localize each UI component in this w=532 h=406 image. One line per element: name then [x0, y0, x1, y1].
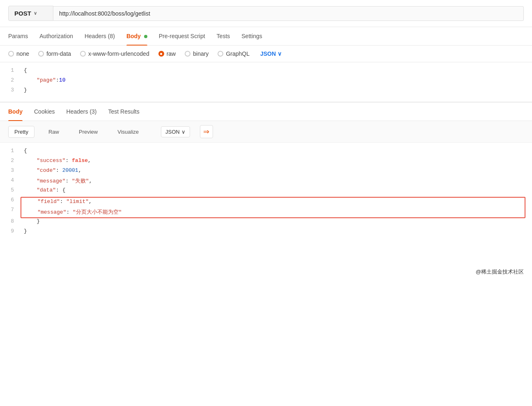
resp-line-num-1: 1: [0, 148, 21, 154]
req-line-content-1: {: [21, 67, 532, 73]
json-format-selector[interactable]: JSON ∨: [260, 50, 282, 57]
resp-line-num-2: 2: [0, 157, 21, 164]
method-selector[interactable]: POST ∨: [8, 6, 53, 21]
request-body-editor[interactable]: 1 { 2 "page":10 3 }: [0, 62, 532, 103]
tab-pre-request-script[interactable]: Pre-request Script: [159, 27, 205, 45]
resp-highlighted-group: 6 7 "field": "limit", "message": "分页大小不能…: [0, 197, 532, 218]
method-label: POST: [14, 10, 31, 17]
req-line-1: 1 {: [0, 67, 532, 77]
resp-line-5: 5 "data": {: [0, 187, 532, 197]
tab-params[interactable]: Params: [8, 27, 28, 45]
tab-settings[interactable]: Settings: [241, 27, 262, 45]
response-body-editor: 1 { 2 "success": false, 3 "code": 20001,…: [0, 143, 532, 243]
body-type-row: none form-data x-www-form-urlencoded raw…: [0, 46, 532, 62]
resp-line-4: 4 "message": "失败",: [0, 177, 532, 187]
resp-line-num-9: 9: [0, 228, 21, 234]
resp-line-num-4: 4: [0, 177, 21, 183]
method-chevron: ∨: [34, 11, 37, 16]
url-bar: POST ∨: [0, 0, 532, 27]
radio-circle-binary: [185, 51, 190, 57]
resp-line-content-6: "field": "limit",: [25, 198, 92, 205]
resp-line-content-7: "message": "分页大小不能为空": [25, 208, 122, 216]
resp-tab-test-results[interactable]: Test Results: [108, 103, 140, 121]
resp-line-num-6: 6: [0, 197, 21, 203]
resp-tab-body[interactable]: Body: [8, 103, 23, 121]
resp-line-content-3: "code": 20001,: [21, 167, 532, 173]
radio-circle-form-data: [38, 51, 44, 57]
json-chevron-icon: ∨: [277, 50, 282, 57]
tab-tests[interactable]: Tests: [217, 27, 230, 45]
resp-line-content-9: }: [21, 228, 532, 234]
resp-line-content-4: "message": "失败",: [21, 177, 532, 185]
watermark: @稀土掘金技术社区: [476, 268, 524, 276]
view-pretty[interactable]: Pretty: [8, 126, 34, 138]
resp-line-content-2: "success": false,: [21, 157, 532, 164]
resp-line-num-5: 5: [0, 187, 21, 193]
word-wrap-button[interactable]: ⇒: [200, 125, 213, 138]
resp-line-content-1: {: [21, 148, 532, 154]
resp-line-3: 3 "code": 20001,: [0, 167, 532, 177]
resp-line-6: "field": "limit",: [21, 198, 525, 208]
resp-line-7-num: 7: [0, 207, 21, 217]
tab-headers[interactable]: Headers (8): [85, 27, 115, 45]
radio-circle-raw: [158, 51, 164, 57]
req-line-2: 2 "page":10: [0, 77, 532, 87]
resp-tab-headers[interactable]: Headers (3): [66, 103, 97, 121]
resp-line-num-7: 7: [0, 207, 21, 213]
radio-circle-none: [8, 51, 14, 57]
resp-line-content-5: "data": {: [21, 187, 532, 193]
resp-highlighted-box: "field": "limit", "message": "分页大小不能为空": [21, 197, 525, 218]
resp-line-num-3: 3: [0, 167, 21, 173]
tab-authorization[interactable]: Authorization: [39, 27, 73, 45]
radio-urlencoded[interactable]: x-www-form-urlencoded: [80, 50, 149, 57]
req-line-num-2: 2: [0, 77, 21, 83]
resp-line-7: "message": "分页大小不能为空": [21, 208, 525, 217]
view-mode-row: Pretty Raw Preview Visualize JSON ∨ ⇒: [0, 121, 532, 143]
req-line-num-1: 1: [0, 67, 21, 73]
response-body-wrapper: 1 { 2 "success": false, 3 "code": 20001,…: [0, 143, 532, 282]
radio-binary[interactable]: binary: [185, 50, 209, 57]
req-line-content-3: }: [21, 87, 532, 93]
resp-highlighted-numbers: 6 7: [0, 197, 21, 217]
radio-graphql[interactable]: GraphQL: [218, 50, 250, 57]
resp-line-1: 1 {: [0, 148, 532, 157]
resp-line-6-num: 6: [0, 197, 21, 207]
radio-none[interactable]: none: [8, 50, 29, 57]
request-tabs: Params Authorization Headers (8) Body Pr…: [0, 27, 532, 46]
req-line-num-3: 3: [0, 87, 21, 93]
resp-line-content-8: }: [21, 218, 532, 224]
resp-line-9: 9 }: [0, 228, 532, 238]
tab-body[interactable]: Body: [126, 27, 147, 45]
view-raw[interactable]: Raw: [43, 126, 65, 137]
req-line-content-2: "page":10: [21, 77, 532, 83]
radio-raw[interactable]: raw: [158, 50, 176, 57]
resp-line-8: 8 }: [0, 218, 532, 228]
response-format-chevron-icon: ∨: [181, 129, 186, 135]
response-format-selector[interactable]: JSON ∨: [161, 126, 190, 137]
url-input[interactable]: [53, 6, 524, 21]
body-active-dot: [144, 35, 147, 38]
response-tabs: Body Cookies Headers (3) Test Results: [0, 103, 532, 121]
req-line-3: 3 }: [0, 87, 532, 97]
resp-line-num-8: 8: [0, 218, 21, 224]
view-preview[interactable]: Preview: [73, 126, 103, 137]
radio-circle-urlencoded: [80, 51, 86, 57]
resp-tab-cookies[interactable]: Cookies: [34, 103, 55, 121]
radio-circle-graphql: [218, 51, 223, 57]
view-visualize[interactable]: Visualize: [112, 126, 144, 137]
radio-form-data[interactable]: form-data: [38, 50, 71, 57]
resp-line-2: 2 "success": false,: [0, 157, 532, 167]
